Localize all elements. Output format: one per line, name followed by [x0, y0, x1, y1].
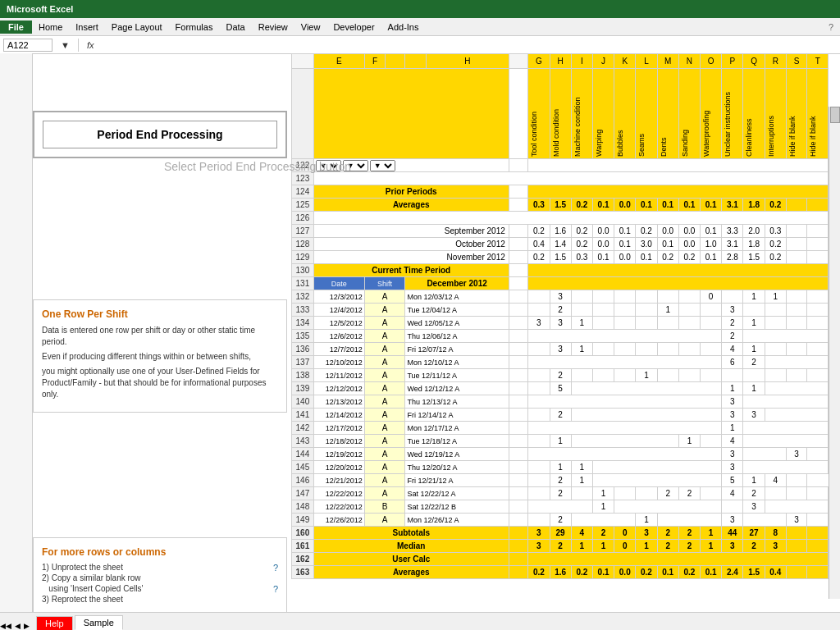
insert-menu[interactable]: Insert: [69, 21, 105, 34]
info-panel-body1: Data is entered one row per shift or day…: [42, 325, 278, 348]
data-row-139[interactable]: 139 12/12/2012 A Wed 12/12/12 A 5 1 1: [292, 382, 829, 395]
data-row-140[interactable]: 140 12/13/2012 A Thu 12/13/12 A 3: [292, 395, 829, 409]
data-row-138[interactable]: 138 12/11/2012 A Tue 12/11/12 A 2 1: [292, 369, 829, 382]
page-layout-menu[interactable]: Page Layout: [105, 21, 169, 34]
formulas-menu[interactable]: Formulas: [169, 21, 220, 34]
view-menu[interactable]: View: [294, 21, 327, 34]
help-icon[interactable]: ?: [829, 22, 833, 32]
data-row-147[interactable]: 147 12/22/2012 A Sat 12/22/12 A 2 1 2 2: [292, 487, 829, 500]
col-Q: Q: [743, 54, 765, 69]
user-calc-label: User Calc: [313, 553, 509, 566]
header-unclear: Unclear instructions: [722, 69, 743, 159]
col-E: E: [313, 54, 364, 69]
median-label: Median: [313, 540, 509, 553]
review-menu[interactable]: Review: [252, 21, 294, 34]
row-num-header: [292, 69, 314, 159]
more-step-3: 3) Reprotect the sheet: [42, 595, 278, 604]
date-header: Date: [313, 277, 364, 290]
data-row-148[interactable]: 148 12/22/2012 B Sat 12/22/12 B 1 3: [292, 500, 829, 514]
header-warping: Warping: [592, 69, 614, 159]
more-step-1: 1) Unprotect the sheet ?: [42, 563, 278, 572]
tab-nav-left[interactable]: ◀◀: [0, 622, 11, 630]
dropdown-122-3[interactable]: ▼: [370, 160, 395, 171]
row-126: 126: [292, 212, 829, 225]
vertical-scrollbar[interactable]: [829, 107, 840, 599]
period-end-button[interactable]: Period End Processing: [43, 121, 277, 148]
row-averages: 125 Averages 0.3 1.5 0.2 0.1 0.0 0.1 0.1…: [292, 199, 829, 212]
data-row-133[interactable]: 133 12/4/2012 A Tue 12/04/12 A 2 1: [292, 304, 829, 317]
tab-nav-next[interactable]: ▶: [24, 622, 30, 630]
data-row-144[interactable]: 144 12/19/2012 A Wed 12/19/12 A 3 3: [292, 448, 829, 461]
info-panel-body3: you might optionally use one of your Use…: [42, 366, 278, 400]
data-row-145[interactable]: 145 12/20/2012 A Thu 12/20/12 A 1 1 3: [292, 461, 829, 474]
col-G: G: [528, 54, 550, 69]
data-row-132[interactable]: 132 12/3/2012 A Mon 12/03/12 A 3 0: [292, 290, 829, 304]
col-S: S: [786, 54, 806, 69]
addins-menu[interactable]: Add-Ins: [381, 21, 426, 34]
formula-expand-btn[interactable]: ▼: [56, 40, 75, 50]
spreadsheet-scroll-area[interactable]: E F H G H I J K L M N O: [291, 53, 829, 612]
tab-sample[interactable]: Sample: [75, 615, 123, 630]
data-menu[interactable]: Data: [219, 21, 251, 34]
col-P: P: [722, 54, 743, 69]
col-M: M: [657, 54, 678, 69]
data-row-141[interactable]: 141 12/14/2012 A Fri 12/14/12 A 2 3 3: [292, 409, 829, 422]
data-row-143[interactable]: 143 12/18/2012 A Tue 12/18/12 A 1 1 4: [292, 435, 829, 448]
col-G-dd: [386, 54, 405, 69]
data-row-135[interactable]: 135 12/6/2012 A Thu 12/06/12 A 2: [292, 330, 829, 343]
empty-header-span: [313, 69, 509, 159]
data-row-149[interactable]: 149 12/26/2012 A Mon 12/26/12 A 2 1 3 3: [292, 514, 829, 527]
data-row-134[interactable]: 134 12/5/2012 A Wed 12/05/12 A 3 3 1: [292, 317, 829, 330]
header-dents: Dents: [657, 69, 678, 159]
select-period-text: Select Period End Processing button: [164, 160, 351, 173]
col-F: F: [364, 54, 385, 69]
cell-f-122: [509, 159, 528, 172]
period-end-container: Period End Processing: [33, 111, 287, 158]
home-menu[interactable]: Home: [32, 21, 69, 34]
averages-label: Averages: [313, 199, 509, 212]
info-panel-body2: Even if producing different things withi…: [42, 351, 278, 363]
header-tool-condition: Tool condition: [528, 69, 550, 159]
prior-periods-label: Prior Periods: [313, 185, 509, 199]
tab-nav-prev[interactable]: ◀: [15, 622, 21, 630]
data-row-136[interactable]: 136 12/7/2012 A Fri 12/07/12 A 3 1: [292, 343, 829, 356]
header-machine-condition: Machine condition: [571, 69, 592, 159]
col-L: L: [636, 54, 657, 69]
row-current-period: 130 Current Time Period: [292, 264, 829, 277]
empty-data-122: [528, 159, 829, 172]
more-panel: For more rows or columns 1) Unprotect th…: [33, 537, 287, 612]
header-hide1: Hide if blank: [786, 69, 806, 159]
row-sep-2012: 127 September 2012 0.2 1.6 0.2 0.0 0.1 0…: [292, 225, 829, 238]
column-header-row: E F H G H I J K L M N O: [292, 54, 829, 69]
formula-input[interactable]: [98, 39, 840, 51]
row-123: 123: [292, 172, 829, 185]
col-H2: H: [550, 54, 571, 69]
scrollbar-thumb[interactable]: [830, 107, 840, 123]
row-numbers-panel: [0, 53, 33, 612]
tab-bar: ◀◀ ◀ ▶ Help Sample: [0, 612, 840, 630]
app-title: Microsoft Excel: [7, 4, 73, 14]
row-dec-header: 131 Date Shift December 2012: [292, 277, 829, 290]
header-interruptions: Interruptions: [765, 69, 786, 159]
developer-menu[interactable]: Developer: [326, 21, 381, 34]
row-oct-2012: 128 October 2012 0.4 1.4 0.2 0.0 0.1 3.0…: [292, 238, 829, 251]
shift-header: Shift: [364, 277, 405, 290]
more-step-2b: using 'Insert Copied Cells' ?: [42, 584, 278, 593]
averages2-label: Averages: [313, 566, 509, 579]
rotated-header-row: Tool condition Mold condition Machine co…: [292, 69, 829, 159]
help-icon-1[interactable]: ?: [273, 563, 278, 573]
file-menu[interactable]: File: [0, 21, 32, 34]
more-panel-title: For more rows or columns: [42, 546, 278, 558]
col-I: [509, 54, 528, 69]
tab-help[interactable]: Help: [36, 616, 73, 630]
header-sanding: Sanding: [678, 69, 700, 159]
data-row-137[interactable]: 137 12/10/2012 A Mon 12/10/12 A 6 2: [292, 356, 829, 369]
data-row-146[interactable]: 146 12/21/2012 A Fri 12/21/12 A 2 1 5 1 …: [292, 474, 829, 487]
help-icon-2[interactable]: ?: [273, 584, 278, 594]
formula-function-btn[interactable]: fx: [82, 40, 99, 50]
data-row-142[interactable]: 142 12/17/2012 A Mon 12/17/12 A 1: [292, 422, 829, 435]
row-user-calc: 162 User Calc: [292, 553, 829, 566]
col-O: O: [701, 54, 722, 69]
cell-reference-box[interactable]: [3, 39, 52, 52]
row-nov-2012: 129 November 2012 0.2 1.5 0.3 0.1 0.0 0.…: [292, 251, 829, 264]
